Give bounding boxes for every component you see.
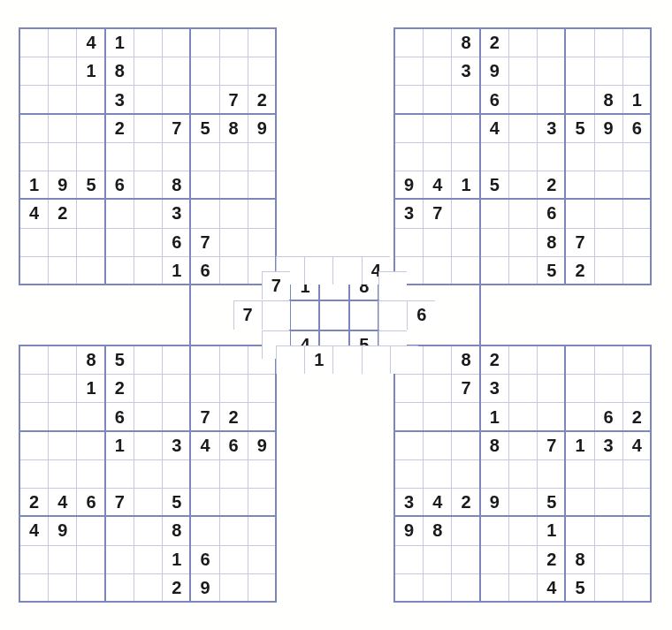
- sudoku-cell[interactable]: 7: [105, 488, 134, 516]
- sudoku-cell[interactable]: [134, 114, 162, 142]
- sudoku-cell[interactable]: 9: [594, 114, 622, 142]
- sudoku-cell[interactable]: [248, 545, 276, 573]
- sudoku-cell[interactable]: [423, 142, 451, 171]
- sudoku-cell[interactable]: 9: [48, 516, 76, 544]
- sudoku-cell[interactable]: [19, 114, 48, 142]
- sudoku-cell[interactable]: [394, 57, 423, 85]
- sudoku-cell[interactable]: [594, 545, 622, 573]
- sudoku-cell[interactable]: [304, 256, 332, 285]
- sudoku-cell[interactable]: [537, 345, 565, 374]
- sudoku-cell[interactable]: [190, 374, 218, 402]
- sudoku-cell[interactable]: [48, 459, 76, 488]
- sudoku-cell[interactable]: [594, 345, 622, 374]
- sudoku-cell[interactable]: [48, 345, 76, 374]
- sudoku-cell[interactable]: [134, 228, 162, 256]
- sudoku-cell[interactable]: [48, 142, 76, 171]
- sudoku-cell[interactable]: [508, 256, 537, 285]
- sudoku-cell[interactable]: [622, 459, 651, 488]
- sudoku-cell[interactable]: [565, 199, 593, 227]
- sudoku-cell[interactable]: [394, 142, 423, 171]
- sudoku-cell[interactable]: 5: [537, 488, 565, 516]
- sudoku-cell[interactable]: 8: [162, 171, 190, 199]
- sudoku-cell[interactable]: [622, 256, 651, 285]
- sudoku-cell[interactable]: [76, 114, 104, 142]
- sudoku-cell[interactable]: [19, 431, 48, 459]
- sudoku-cell[interactable]: [451, 516, 479, 544]
- sudoku-cell[interactable]: [219, 28, 248, 57]
- sudoku-cell[interactable]: [394, 402, 423, 430]
- sudoku-cell[interactable]: 2: [622, 402, 651, 430]
- sudoku-cell[interactable]: 2: [219, 402, 248, 430]
- sudoku-cell[interactable]: 6: [190, 545, 218, 573]
- sudoku-cell[interactable]: 8: [219, 114, 248, 142]
- sudoku-cell[interactable]: [480, 228, 508, 256]
- sudoku-cell[interactable]: 8: [451, 28, 479, 57]
- sudoku-cell[interactable]: 4: [19, 516, 48, 544]
- sudoku-cell[interactable]: [48, 28, 76, 57]
- sudoku-cell[interactable]: [105, 142, 134, 171]
- sudoku-cell[interactable]: [378, 271, 407, 300]
- sudoku-cell[interactable]: [76, 142, 104, 171]
- sudoku-cell[interactable]: 5: [105, 345, 134, 374]
- sudoku-cell[interactable]: 1: [162, 256, 190, 285]
- sudoku-cell[interactable]: [394, 431, 423, 459]
- sudoku-cell[interactable]: 1: [565, 431, 593, 459]
- sudoku-cell[interactable]: [105, 228, 134, 256]
- sudoku-cell[interactable]: 1: [304, 345, 332, 374]
- sudoku-cell[interactable]: [162, 142, 190, 171]
- sudoku-cell[interactable]: [508, 171, 537, 199]
- sudoku-cell[interactable]: [622, 228, 651, 256]
- sudoku-cell[interactable]: [594, 228, 622, 256]
- sudoku-cell[interactable]: [622, 516, 651, 544]
- sudoku-cell[interactable]: [262, 300, 290, 329]
- sudoku-cell[interactable]: [48, 431, 76, 459]
- sudoku-cell[interactable]: [622, 171, 651, 199]
- sudoku-cell[interactable]: 7: [233, 300, 262, 329]
- sudoku-cell[interactable]: 9: [48, 171, 76, 199]
- sudoku-cell[interactable]: [48, 545, 76, 573]
- sudoku-cell[interactable]: [565, 459, 593, 488]
- sudoku-cell[interactable]: [219, 488, 248, 516]
- sudoku-cell[interactable]: 6: [162, 228, 190, 256]
- sudoku-cell[interactable]: 5: [565, 114, 593, 142]
- sudoku-cell[interactable]: 1: [19, 171, 48, 199]
- sudoku-cell[interactable]: 6: [594, 402, 622, 430]
- sudoku-cell[interactable]: 2: [480, 28, 508, 57]
- sudoku-cell[interactable]: 9: [394, 516, 423, 544]
- sudoku-cell[interactable]: 4: [423, 171, 451, 199]
- sudoku-cell[interactable]: [105, 516, 134, 544]
- sudoku-cell[interactable]: [508, 228, 537, 256]
- sudoku-cell[interactable]: [76, 545, 104, 573]
- sudoku-cell[interactable]: [594, 459, 622, 488]
- sudoku-cell[interactable]: 7: [190, 402, 218, 430]
- sudoku-cell[interactable]: 2: [537, 545, 565, 573]
- sudoku-cell[interactable]: [594, 516, 622, 544]
- sudoku-cell[interactable]: 5: [537, 256, 565, 285]
- sudoku-cell[interactable]: [248, 374, 276, 402]
- sudoku-cell[interactable]: 1: [622, 85, 651, 113]
- sudoku-cell[interactable]: [190, 57, 218, 85]
- sudoku-cell[interactable]: [508, 28, 537, 57]
- sudoku-cell[interactable]: [594, 199, 622, 227]
- sudoku-cell[interactable]: [423, 28, 451, 57]
- sudoku-cell[interactable]: [134, 573, 162, 602]
- sudoku-cell[interactable]: [451, 114, 479, 142]
- sudoku-cell[interactable]: 9: [394, 171, 423, 199]
- sudoku-cell[interactable]: [451, 256, 479, 285]
- sudoku-cell[interactable]: [508, 199, 537, 227]
- sudoku-cell[interactable]: 9: [190, 573, 218, 602]
- sudoku-cell[interactable]: [537, 142, 565, 171]
- sudoku-cell[interactable]: 8: [537, 228, 565, 256]
- sudoku-cell[interactable]: [219, 545, 248, 573]
- sudoku-cell[interactable]: 3: [394, 488, 423, 516]
- sudoku-cell[interactable]: [423, 114, 451, 142]
- sudoku-cell[interactable]: [622, 545, 651, 573]
- sudoku-cell[interactable]: [565, 402, 593, 430]
- sudoku-cell[interactable]: 2: [248, 85, 276, 113]
- sudoku-cell[interactable]: [134, 488, 162, 516]
- sudoku-cell[interactable]: [622, 28, 651, 57]
- sudoku-cell[interactable]: [362, 345, 390, 374]
- sudoku-cell[interactable]: 3: [394, 199, 423, 227]
- sudoku-cell[interactable]: [219, 142, 248, 171]
- sudoku-cell[interactable]: [622, 573, 651, 602]
